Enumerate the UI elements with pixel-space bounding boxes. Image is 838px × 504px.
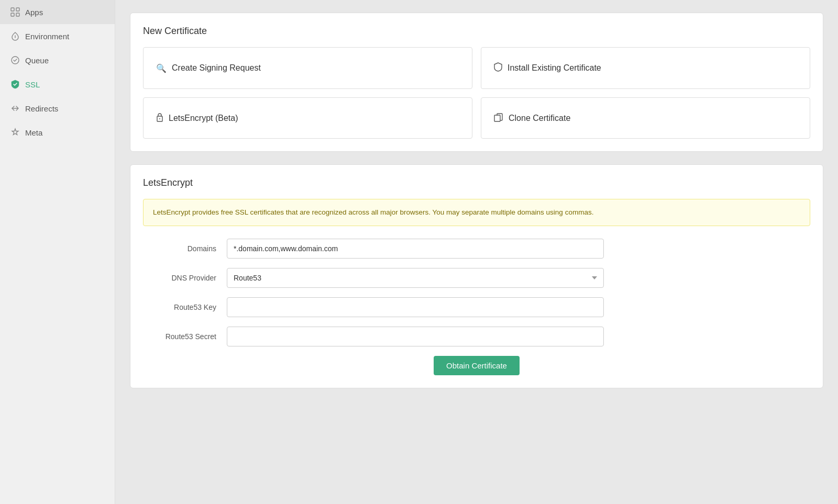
queue-icon xyxy=(10,55,20,65)
create-signing-icon: 🔍 xyxy=(156,63,167,73)
dns-provider-row: DNS Provider Route53 Cloudflare Other xyxy=(143,268,810,288)
obtain-certificate-button[interactable]: Obtain Certificate xyxy=(434,356,520,375)
clone-icon xyxy=(494,113,503,124)
redirects-icon xyxy=(10,104,20,113)
letsencrypt-info-text: LetsEncrypt provides free SSL certificat… xyxy=(153,208,593,216)
letsencrypt-option[interactable]: LetsEncrypt (Beta) xyxy=(143,97,472,139)
new-certificate-panel: New Certificate 🔍 Create Signing Request… xyxy=(130,13,823,152)
route53-key-input[interactable] xyxy=(227,297,604,317)
ssl-icon xyxy=(10,80,20,89)
meta-icon xyxy=(10,128,20,137)
letsencrypt-form-title: LetsEncrypt xyxy=(143,177,810,188)
sidebar-item-ssl[interactable]: SSL xyxy=(0,72,115,96)
svg-point-6 xyxy=(159,118,160,119)
clone-certificate-option[interactable]: Clone Certificate xyxy=(481,97,810,139)
svg-rect-3 xyxy=(16,13,19,16)
route53-secret-label: Route53 Secret xyxy=(143,332,227,341)
apps-icon xyxy=(10,7,20,17)
sidebar-item-queue-label: Queue xyxy=(25,56,49,65)
sidebar-item-meta[interactable]: Meta xyxy=(0,120,115,144)
environment-icon xyxy=(10,31,20,41)
sidebar-item-environment-label: Environment xyxy=(25,32,69,41)
sidebar-item-meta-label: Meta xyxy=(25,128,42,137)
svg-rect-1 xyxy=(16,8,19,11)
route53-secret-row: Route53 Secret xyxy=(143,327,810,346)
main-content: New Certificate 🔍 Create Signing Request… xyxy=(115,0,838,504)
install-existing-label: Install Existing Certificate xyxy=(508,63,601,73)
route53-key-label: Route53 Key xyxy=(143,303,227,311)
svg-point-4 xyxy=(12,57,19,64)
dns-provider-select[interactable]: Route53 Cloudflare Other xyxy=(227,268,604,288)
dns-provider-label: DNS Provider xyxy=(143,274,227,282)
svg-rect-0 xyxy=(11,8,14,11)
sidebar-item-environment[interactable]: Environment xyxy=(0,24,115,48)
sidebar-item-apps[interactable]: Apps xyxy=(0,0,115,24)
letsencrypt-form-panel: LetsEncrypt LetsEncrypt provides free SS… xyxy=(130,164,823,388)
domains-row: Domains xyxy=(143,239,810,259)
sidebar: Apps Environment Queue SSL xyxy=(0,0,115,504)
new-certificate-title: New Certificate xyxy=(143,26,810,37)
sidebar-item-redirects-label: Redirects xyxy=(25,104,58,113)
letsencrypt-option-label: LetsEncrypt (Beta) xyxy=(169,114,238,123)
svg-rect-2 xyxy=(11,13,14,16)
domains-label: Domains xyxy=(143,244,227,253)
route53-key-row: Route53 Key xyxy=(143,297,810,317)
sidebar-item-apps-label: Apps xyxy=(25,8,43,17)
certificate-options-grid: 🔍 Create Signing Request Install Existin… xyxy=(143,47,810,139)
sidebar-item-ssl-label: SSL xyxy=(25,80,40,89)
create-signing-label: Create Signing Request xyxy=(172,63,261,73)
domains-input[interactable] xyxy=(227,239,604,259)
sidebar-item-redirects[interactable]: Redirects xyxy=(0,96,115,120)
route53-secret-input[interactable] xyxy=(227,327,604,346)
clone-certificate-label: Clone Certificate xyxy=(509,114,570,123)
create-signing-request-option[interactable]: 🔍 Create Signing Request xyxy=(143,47,472,89)
svg-rect-7 xyxy=(494,115,500,121)
install-existing-icon xyxy=(494,62,502,74)
sidebar-item-queue[interactable]: Queue xyxy=(0,48,115,72)
form-actions: Obtain Certificate xyxy=(143,356,810,375)
install-existing-certificate-option[interactable]: Install Existing Certificate xyxy=(481,47,810,89)
letsencrypt-icon xyxy=(156,113,163,124)
letsencrypt-info-box: LetsEncrypt provides free SSL certificat… xyxy=(143,199,810,226)
